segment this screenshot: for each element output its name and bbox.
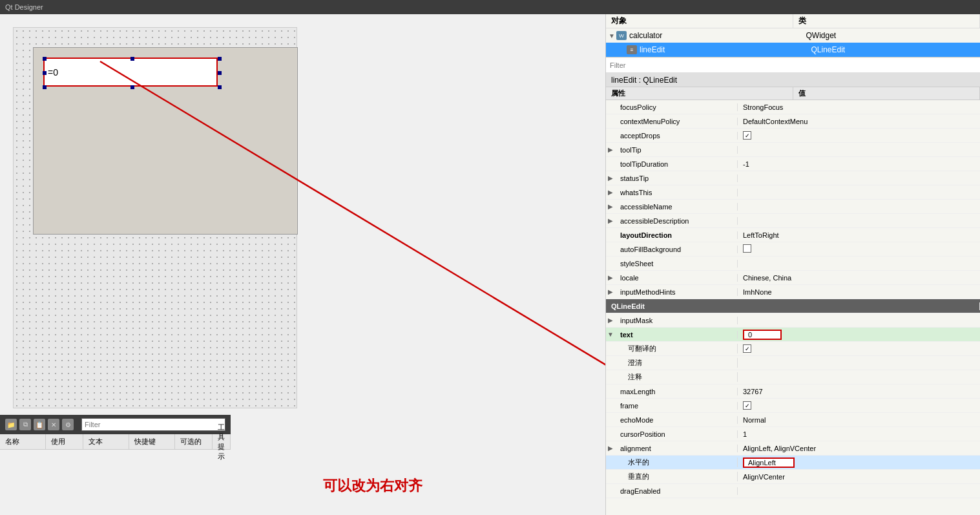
prop-value: DefaultContextMenu (738, 118, 980, 125)
col-header-use: 使用 (46, 434, 83, 449)
prop-col-attr: 属性 (606, 87, 793, 100)
prop-filter-input[interactable] (606, 58, 980, 72)
prop-expand-icon: ▶ (606, 146, 615, 153)
bottom-filter-input[interactable] (81, 418, 225, 431)
prop-value: LeftToRight (738, 231, 980, 239)
prop-row[interactable]: 澄清 (606, 356, 980, 370)
handle-tl[interactable] (43, 57, 47, 61)
handle-tr[interactable] (218, 57, 222, 61)
tree-row-lineedit[interactable]: ≡ lineEdit QLineEdit (606, 43, 980, 57)
prop-expand-icon: ▶ (606, 189, 615, 196)
class-col-header: 类 (793, 14, 981, 28)
line-edit-widget[interactable]: =0 (43, 58, 218, 87)
prop-expand-icon: ▶ (606, 288, 615, 295)
prop-row[interactable]: maxLength32767 (606, 384, 980, 399)
prop-value: AlignVCenter (738, 473, 980, 481)
handle-br[interactable] (218, 85, 222, 89)
prop-row[interactable]: ▶statusTip (606, 171, 980, 185)
paste-icon[interactable]: 📋 (34, 419, 45, 430)
open-icon[interactable]: 📁 (5, 419, 17, 430)
handle-rm[interactable] (218, 71, 222, 75)
prop-value[interactable]: 0 (738, 330, 980, 340)
prop-row[interactable]: cursorPosition1 (606, 427, 980, 441)
checkbox-icon[interactable] (743, 344, 751, 353)
checkbox-icon[interactable] (743, 131, 751, 140)
prop-name: cursorPosition (615, 430, 738, 438)
canvas-area: =0 📁 ⧉ 📋 (0, 14, 605, 515)
prop-row[interactable]: ▶whatsThis (606, 185, 980, 200)
prop-section-name: QLineEdit (606, 302, 980, 310)
col-header-tooltip: 工具提示 (213, 434, 231, 449)
prop-name: text (615, 331, 738, 339)
widget-preview: =0 (33, 47, 298, 235)
prop-value: -1 (738, 160, 980, 168)
prop-name: frame (615, 402, 738, 410)
prop-row[interactable]: ▶accessibleDescription (606, 214, 980, 228)
handle-lm[interactable] (43, 71, 47, 75)
filter-row (606, 58, 980, 73)
bottom-table-header: 名称 使用 文本 快捷键 可选的 工具提示 (0, 434, 231, 450)
prop-expand-icon: ▼ (606, 331, 615, 338)
prop-name: whatsThis (615, 189, 738, 196)
tree-row-calculator[interactable]: ▼ W calculator QWidget (606, 28, 980, 43)
handle-tm[interactable] (130, 57, 134, 61)
bottom-toolbar: 📁 ⧉ 📋 ✕ ⚙ (0, 415, 231, 434)
checkbox-icon[interactable] (743, 401, 751, 410)
prop-row[interactable]: toolTipDuration-1 (606, 157, 980, 171)
prop-row[interactable]: focusPolicyStrongFocus (606, 100, 980, 114)
prop-name: statusTip (615, 174, 738, 182)
prop-row[interactable]: ▶localeChinese, China (606, 271, 980, 285)
prop-name: dragEnabled (615, 487, 738, 495)
prop-row[interactable]: 注释 (606, 370, 980, 384)
prop-value: StrongFocus (738, 103, 980, 111)
tree-lineedit-name: lineEdit (640, 45, 806, 54)
prop-expand-icon: ▶ (606, 174, 615, 182)
obj-class-header: 对象 类 (606, 14, 980, 28)
prop-value (738, 131, 980, 140)
prop-value: AlignLeft, AlignVCenter (738, 445, 980, 452)
prop-name: layoutDirection (615, 231, 738, 239)
prop-row[interactable]: frame (606, 399, 980, 413)
prop-row[interactable]: autoFillBackground (606, 242, 980, 257)
prop-row[interactable]: 可翻译的 (606, 342, 980, 356)
prop-expand-icon: ▶ (606, 274, 615, 281)
settings-icon[interactable]: ⚙ (62, 419, 74, 430)
prop-row[interactable]: ▶accessibleName (606, 200, 980, 214)
lineedit-icon: ≡ (627, 45, 637, 54)
prop-row[interactable]: 水平的AlignLeft (606, 456, 980, 470)
col-header-text: 文本 (83, 434, 129, 449)
prop-row[interactable]: echoModeNormal (606, 413, 980, 427)
copy-icon[interactable]: ⧉ (19, 419, 31, 430)
prop-name: acceptDrops (615, 132, 738, 140)
checkbox-icon[interactable] (743, 244, 751, 253)
tree-calculator-class: QWidget (801, 31, 978, 40)
prop-value[interactable]: AlignLeft (738, 457, 980, 468)
prop-name: 澄清 (615, 358, 738, 368)
prop-name: 可翻译的 (615, 344, 738, 353)
prop-value (738, 401, 980, 410)
prop-row[interactable]: acceptDrops (606, 129, 980, 143)
canvas-grid: =0 (13, 27, 297, 408)
handle-bm[interactable] (130, 85, 134, 89)
chinese-annotation: 可以改为右对齐 (323, 476, 422, 496)
prop-name: maxLength (615, 388, 738, 395)
prop-row[interactable]: ▶alignmentAlignLeft, AlignVCenter (606, 441, 980, 456)
delete-icon[interactable]: ✕ (48, 419, 59, 430)
prop-value (738, 244, 980, 254)
prop-row[interactable]: QLineEdit (606, 299, 980, 313)
prop-row[interactable]: dragEnabled (606, 484, 980, 498)
prop-row[interactable]: ▼text0 (606, 328, 980, 342)
prop-row[interactable]: ▶toolTip (606, 143, 980, 157)
prop-row[interactable]: 垂直的AlignVCenter (606, 470, 980, 484)
prop-row[interactable]: ▶inputMethodHintsImhNone (606, 285, 980, 299)
prop-row[interactable]: styleSheet (606, 257, 980, 271)
prop-name: echoMode (615, 416, 738, 424)
handle-bl[interactable] (43, 85, 47, 89)
col-header-name: 名称 (0, 434, 46, 449)
prop-name: alignment (615, 445, 738, 452)
prop-expand-icon: ▶ (606, 217, 615, 224)
prop-list: focusPolicyStrongFocuscontextMenuPolicyD… (606, 100, 980, 515)
prop-row[interactable]: layoutDirectionLeftToRight (606, 228, 980, 242)
prop-row[interactable]: ▶inputMask (606, 313, 980, 328)
prop-row[interactable]: contextMenuPolicyDefaultContextMenu (606, 114, 980, 129)
